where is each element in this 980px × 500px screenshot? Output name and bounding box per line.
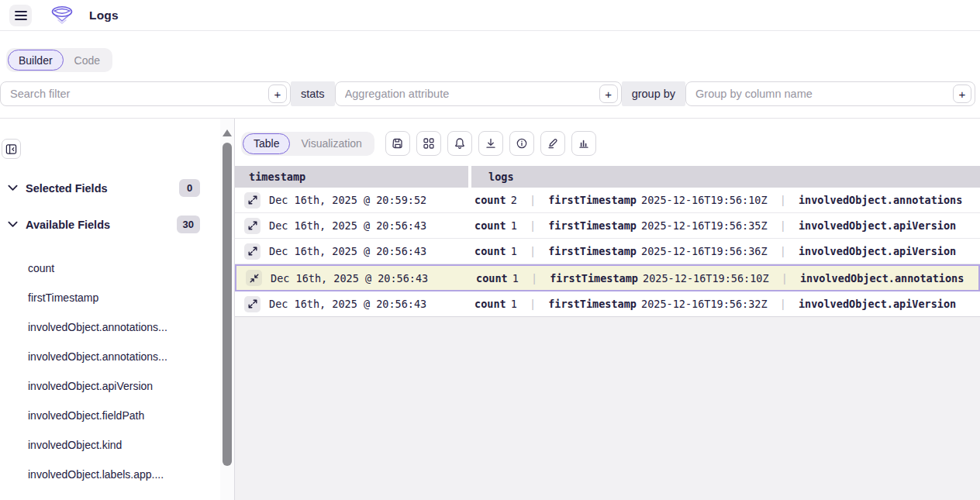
bar-chart-icon (578, 137, 590, 150)
info-button[interactable] (509, 131, 534, 156)
menu-button[interactable] (9, 5, 32, 26)
expand-row-button[interactable] (244, 296, 261, 312)
field-item[interactable]: involvedObject.kind (0, 430, 220, 460)
available-fields-label: Available Fields (26, 219, 110, 231)
save-button[interactable] (385, 131, 410, 156)
tab-builder[interactable]: Builder (8, 50, 64, 71)
expand-icon (248, 221, 257, 230)
group-by-input[interactable] (686, 88, 953, 100)
row-timestamp: Dec 16th, 2025 @ 20:56:43 (271, 272, 428, 284)
results-toolbar: Table Visualization (241, 131, 980, 156)
edit-button[interactable] (540, 131, 565, 156)
expand-icon (248, 247, 257, 256)
mode-toggle: Builder Code (6, 48, 112, 72)
apps-grid-icon (423, 137, 435, 150)
table-row[interactable]: Dec 16th, 2025 @ 20:56:43 count1 | first… (235, 291, 980, 317)
search-filter-field: + (0, 81, 291, 106)
available-fields-header[interactable]: Available Fields 30 (8, 216, 200, 233)
stats-label: stats (291, 81, 335, 106)
collapse-row-button[interactable] (246, 270, 262, 286)
expand-row-button[interactable] (244, 218, 261, 234)
table-row[interactable]: Dec 16th, 2025 @ 20:56:43 count1 | first… (235, 239, 980, 264)
collapse-sidebar-button[interactable] (2, 139, 21, 159)
add-filter-button[interactable]: + (268, 84, 287, 103)
expand-icon (248, 299, 257, 309)
hamburger-icon (15, 10, 27, 21)
scroll-up-arrow[interactable] (223, 129, 232, 136)
available-fields-count: 30 (177, 216, 200, 233)
chevron-down-icon (8, 184, 18, 191)
expand-row-button[interactable] (244, 192, 261, 209)
row-timestamp: Dec 16th, 2025 @ 20:56:43 (269, 219, 426, 232)
tab-code[interactable]: Code (64, 50, 111, 71)
field-item[interactable]: firstTimestamp (0, 283, 220, 312)
expand-icon (248, 195, 257, 205)
row-log-summary: count2 | firstTimestamp2025-12-16T19:56:… (474, 194, 980, 206)
collapse-icon (250, 274, 259, 283)
expand-row-button[interactable] (244, 243, 261, 260)
selected-fields-header[interactable]: Selected Fields 0 (8, 179, 200, 197)
download-button[interactable] (478, 131, 503, 156)
row-log-summary: count1 | firstTimestamp2025-12-16T19:56:… (474, 298, 980, 310)
scrollbar-thumb[interactable] (223, 143, 232, 466)
table-row-selected[interactable]: Dec 16th, 2025 @ 20:56:43 count1 | first… (235, 264, 980, 291)
view-toggle: Table Visualization (241, 132, 374, 156)
field-item[interactable]: involvedObject.annotations... (0, 342, 220, 371)
panel-collapse-icon (5, 143, 17, 155)
top-bar: Logs (0, 0, 980, 31)
tab-visualization[interactable]: Visualization (290, 133, 372, 154)
row-log-summary: count1 | firstTimestamp2025-12-16T19:56:… (476, 272, 978, 284)
add-group-by-button[interactable]: + (953, 84, 971, 103)
row-log-summary: count1 | firstTimestamp2025-12-16T19:56:… (474, 245, 980, 257)
field-item[interactable]: involvedObject.labels.app.... (0, 460, 220, 489)
sidebar-scrollbar[interactable] (220, 119, 234, 500)
group-by-field: + (685, 81, 975, 106)
edit-pencil-icon (547, 137, 559, 150)
selected-fields-label: Selected Fields (26, 182, 108, 195)
log-table: timestamp logs Dec 16th, 2025 @ 20:59:52… (235, 166, 980, 317)
selected-fields-count: 0 (179, 179, 200, 197)
app-logo-icon (49, 4, 75, 27)
bar-chart-button[interactable] (571, 131, 596, 156)
row-log-summary: count1 | firstTimestamp2025-12-16T19:56:… (474, 219, 980, 232)
add-aggregation-button[interactable]: + (599, 84, 618, 103)
column-header-logs[interactable]: logs (471, 166, 980, 188)
save-icon (392, 137, 404, 150)
table-row[interactable]: Dec 16th, 2025 @ 20:59:52 count2 | first… (235, 188, 980, 213)
search-filter-input[interactable] (1, 88, 268, 100)
info-icon (516, 137, 528, 150)
aggregation-attribute-input[interactable] (336, 88, 599, 100)
bell-icon (454, 137, 466, 150)
page-title: Logs (89, 9, 119, 22)
aggregation-field: + (335, 81, 622, 106)
row-timestamp: Dec 16th, 2025 @ 20:56:43 (269, 298, 426, 310)
tab-table[interactable]: Table (243, 133, 290, 154)
field-item[interactable]: count (0, 253, 220, 283)
fields-sidebar: Selected Fields 0 Available Fields 30 co… (0, 119, 220, 500)
field-item[interactable]: involvedObject.annotations... (0, 312, 220, 342)
row-timestamp: Dec 16th, 2025 @ 20:59:52 (269, 194, 426, 206)
query-bar: + stats + group by + (0, 81, 980, 106)
table-row[interactable]: Dec 16th, 2025 @ 20:56:43 count1 | first… (235, 213, 980, 239)
column-header-timestamp[interactable]: timestamp (235, 166, 471, 188)
chevron-down-icon (8, 221, 18, 228)
apps-grid-button[interactable] (416, 131, 441, 156)
download-icon (485, 137, 497, 150)
field-item[interactable]: involvedObject.fieldPath (0, 401, 220, 430)
results-empty-area (235, 316, 980, 500)
row-timestamp: Dec 16th, 2025 @ 20:56:43 (269, 245, 426, 257)
field-item[interactable]: involvedObject.apiVersion (0, 371, 220, 401)
available-fields-list: count firstTimestamp involvedObject.anno… (0, 253, 220, 489)
results-panel: Table Visualization (234, 119, 980, 500)
table-header-row: timestamp logs (235, 166, 980, 188)
group-by-label: group by (622, 81, 685, 106)
alert-bell-button[interactable] (447, 131, 472, 156)
